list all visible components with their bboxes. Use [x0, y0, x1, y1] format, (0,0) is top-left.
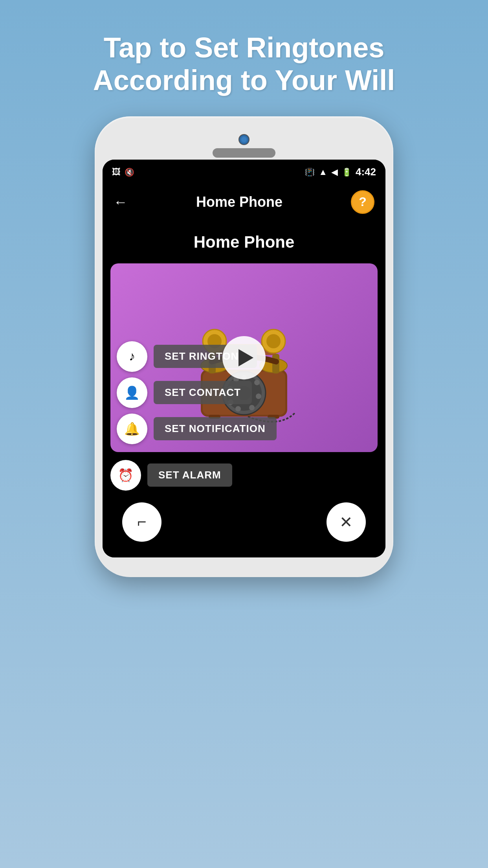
bell-icon: 🔔 [124, 421, 140, 436]
mute-icon: 🔇 [125, 167, 134, 177]
content-title: Home Phone [194, 233, 295, 252]
image-icon: 🖼 [112, 167, 121, 177]
set-notification-btn[interactable]: SET NOTIFICATION [154, 417, 277, 440]
signal-icon: ◀ [331, 167, 338, 177]
action-row-contact: 👤 SET CONTACT [117, 377, 371, 408]
status-left-icons: 🖼 🔇 [112, 167, 134, 177]
vibrate-icon: 📳 [305, 167, 315, 177]
action-row-alarm: ⏰ SET ALARM [110, 460, 378, 491]
corner-button[interactable]: ⌐ [122, 502, 161, 542]
status-right-icons: 📳 ▲ ◀ 🔋 4:42 [305, 166, 376, 178]
corner-icon: ⌐ [137, 513, 146, 531]
help-button[interactable]: ? [351, 190, 374, 214]
phone-screen: 🖼 🔇 📳 ▲ ◀ 🔋 4:42 ← Home Phone ? Home Pho… [103, 160, 385, 557]
phone-top-hardware [213, 128, 275, 160]
status-time: 4:42 [356, 166, 376, 178]
media-container[interactable]: ♪ SET RINGTONE 👤 SET CONTACT [110, 263, 378, 452]
alarm-icon: ⏰ [118, 468, 134, 483]
set-alarm-btn[interactable]: SET ALARM [147, 463, 232, 487]
front-camera [238, 134, 250, 145]
app-title: Home Phone [196, 194, 283, 210]
battery-icon: 🔋 [342, 167, 352, 177]
actions-below: ⏰ SET ALARM [110, 460, 378, 491]
set-contact-btn[interactable]: SET CONTACT [154, 381, 252, 404]
notification-circle-btn[interactable]: 🔔 [117, 414, 147, 444]
banner-text: Tap to Set Ringtones According to Your W… [24, 16, 464, 108]
screen-content: Home Phone [103, 221, 385, 557]
back-button[interactable]: ← [114, 194, 128, 210]
close-icon: ✕ [339, 513, 353, 531]
action-row-notification: 🔔 SET NOTIFICATION [117, 414, 371, 444]
bottom-row: ⌐ ✕ [110, 502, 378, 542]
contact-icon: 👤 [124, 385, 140, 400]
music-icon: ♪ [129, 349, 135, 364]
ringtone-circle-btn[interactable]: ♪ [117, 341, 147, 372]
app-bar: ← Home Phone ? [103, 183, 385, 221]
alarm-circle-btn[interactable]: ⏰ [110, 460, 141, 491]
phone-shell: 🖼 🔇 📳 ▲ ◀ 🔋 4:42 ← Home Phone ? Home Pho… [95, 116, 393, 577]
play-button[interactable] [222, 336, 266, 379]
contact-circle-btn[interactable]: 👤 [117, 377, 147, 408]
wifi-icon: ▲ [319, 167, 327, 177]
banner-section: Tap to Set Ringtones According to Your W… [0, 0, 488, 116]
status-bar: 🖼 🔇 📳 ▲ ◀ 🔋 4:42 [103, 160, 385, 183]
play-triangle [238, 349, 253, 366]
close-button[interactable]: ✕ [327, 502, 366, 542]
speaker-grille [213, 148, 275, 158]
